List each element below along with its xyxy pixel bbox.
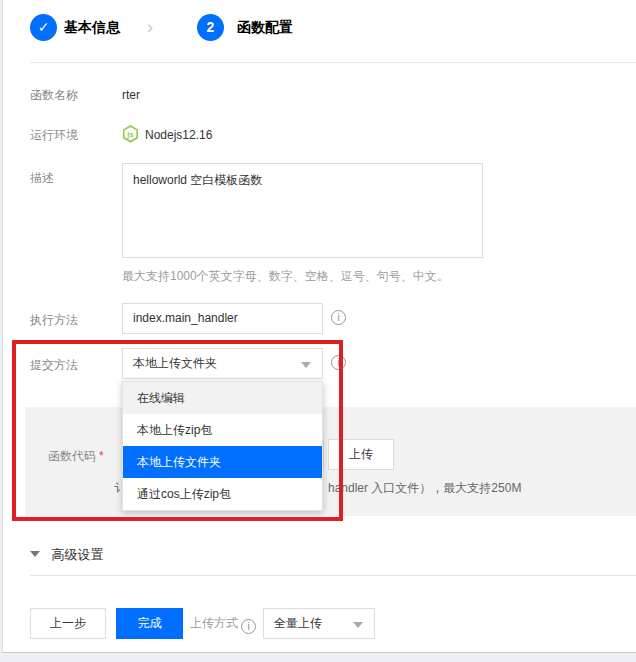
name-label: 函数名称 — [30, 87, 78, 103]
description-label: 描述 — [30, 170, 54, 186]
finish-button[interactable]: 完成 — [116, 608, 183, 639]
handler-info-icon[interactable]: i — [331, 310, 346, 325]
dropdown-option-local-zip[interactable]: 本地上传zip包 — [123, 414, 322, 446]
check-icon: ✓ — [38, 19, 50, 35]
code-tip-fragment-right: handler 入口文件），最大支持250M — [328, 480, 521, 496]
step1-done-icon[interactable]: ✓ — [30, 14, 57, 41]
dropdown-option-cos-zip[interactable]: 通过cos上传zip包 — [123, 478, 322, 510]
upload-mode-value: 全量上传 — [274, 616, 322, 630]
step2-label[interactable]: 函数配置 — [237, 14, 293, 41]
handler-label: 执行方法 — [30, 312, 78, 328]
submit-method-value: 本地上传文件夹 — [133, 356, 217, 370]
step2-number-badge[interactable]: 2 — [197, 14, 224, 41]
chevron-down-icon — [353, 622, 363, 628]
dropdown-option-online-edit[interactable]: 在线编辑 — [123, 382, 322, 414]
function-code-label: 函数代码* — [48, 448, 104, 464]
runtime-value: Nodejs12.16 — [145, 127, 212, 143]
footer-divider — [30, 575, 636, 576]
submit-method-info-icon[interactable]: i — [331, 355, 346, 370]
chevron-right-icon: › — [147, 14, 153, 41]
submit-method-label: 提交方法 — [30, 357, 78, 373]
header-divider — [30, 62, 636, 63]
description-textarea[interactable]: helloworld 空白模板函数 — [122, 163, 483, 258]
svg-text:js: js — [126, 130, 133, 139]
collapse-caret-icon — [30, 551, 40, 557]
upload-mode-info-icon[interactable]: i — [241, 619, 256, 634]
name-value: rter — [122, 87, 140, 103]
required-asterisk: * — [99, 449, 104, 463]
upload-mode-select[interactable]: 全量上传 — [263, 608, 375, 639]
dropdown-option-local-folder[interactable]: 本地上传文件夹 — [123, 446, 322, 478]
screen: ✓ 基本信息 › 2 函数配置 函数名称 rter 运行环境 js Nodejs… — [0, 0, 636, 662]
advanced-settings-label: 高级设置 — [51, 547, 103, 562]
advanced-settings-toggle[interactable]: 高级设置 — [30, 545, 103, 564]
nodejs-icon: js — [122, 125, 139, 143]
description-hint: 最大支持1000个英文字母、数字、空格、逗号、句号、中文。 — [122, 268, 449, 285]
previous-step-button[interactable]: 上一步 — [30, 608, 106, 639]
runtime-label: 运行环境 — [30, 127, 78, 143]
chevron-down-icon — [301, 362, 311, 368]
submit-method-dropdown: 在线编辑 本地上传zip包 本地上传文件夹 通过cos上传zip包 — [122, 381, 323, 511]
upload-mode-label: 上传方式i — [190, 615, 256, 634]
submit-method-select[interactable]: 本地上传文件夹 — [122, 348, 323, 379]
step1-label[interactable]: 基本信息 — [64, 14, 120, 41]
handler-input[interactable]: index.main_handler — [122, 303, 323, 334]
upload-button[interactable]: 上传 — [328, 439, 394, 470]
